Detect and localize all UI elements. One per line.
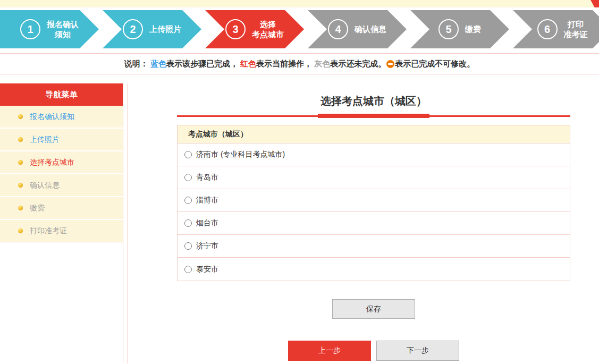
city-radio-zibo[interactable] — [184, 197, 192, 204]
sidebar-item-label: 上传照片 — [30, 135, 60, 145]
bullet-dot-icon — [18, 206, 23, 210]
step-6-chevron: 6 打印 准考证 — [513, 10, 599, 48]
city-radio-taian[interactable] — [184, 266, 192, 273]
city-label: 烟台市 — [196, 218, 218, 228]
legend-blue-word: 蓝色 — [150, 59, 166, 69]
city-radio-jining[interactable] — [184, 242, 192, 250]
sidebar-item-choose-city[interactable]: 选择考点城市 — [0, 151, 123, 173]
step-6-label: 打印 准考证 — [564, 19, 588, 40]
minus-circle-icon — [386, 60, 394, 68]
city-row-yantai[interactable]: 烟台市 — [178, 212, 570, 235]
title-underline-thick — [318, 114, 429, 118]
city-radio-qingdao[interactable] — [184, 174, 192, 181]
step-1-chevron: 1 报名确认 须知 — [0, 10, 99, 48]
page-title: 选择考点城市（城区） — [177, 94, 570, 108]
step-3-chevron: 3 选择 考点城市 — [205, 10, 304, 48]
step-5-number: 5 — [438, 19, 459, 39]
step-3-number: 3 — [225, 19, 246, 39]
sidebar-item-signup-notice[interactable]: 报名确认须知 — [0, 106, 123, 128]
sidebar-item-label: 确认信息 — [30, 181, 60, 190]
step-4-label: 确认信息 — [355, 24, 386, 35]
city-select-table: 考点城市（城区） 济南市 (专业科目考点城市) 青岛市 淄博市 烟台市 — [177, 125, 570, 281]
sidebar-items: 报名确认须知 上传照片 选择考点城市 确认信息 缴费 打印准考证 — [0, 106, 123, 242]
step-5-chevron: 5 缴费 — [410, 10, 509, 48]
sidebar-item-print-ticket[interactable]: 打印准考证 — [0, 220, 123, 242]
bullet-dot-icon — [18, 114, 23, 119]
bullet-dot-icon — [18, 160, 23, 165]
wizard-nav-buttons: 上一步 下一步 — [177, 341, 570, 361]
legend-blue-desc: 表示该步骤已完成， — [166, 59, 240, 69]
legend-red-desc: 表示当前操作， — [256, 59, 314, 69]
city-radio-yantai[interactable] — [184, 219, 192, 227]
banner-corner-ribbon-icon — [587, 0, 599, 7]
save-button[interactable]: 保存 — [332, 299, 415, 319]
sidebar-item-label: 选择考点城市 — [30, 158, 74, 167]
city-label: 青岛市 — [196, 173, 218, 182]
legend-prefix: 说明： — [124, 59, 150, 69]
sidebar-item-payment[interactable]: 缴费 — [0, 197, 123, 219]
city-row-jining[interactable]: 济宁市 — [178, 235, 570, 258]
title-underline — [177, 115, 570, 117]
step-1-label: 报名确认 须知 — [47, 19, 79, 40]
bullet-dot-icon — [18, 137, 23, 142]
sidebar-item-label: 打印准考证 — [30, 226, 67, 236]
city-row-taian[interactable]: 泰安市 — [178, 258, 570, 281]
progress-stepper: 1 报名确认 须知 2 上传照片 3 选择 考点城市 4 确认信息 5 缴费 6… — [0, 10, 599, 48]
city-label: 淄博市 — [196, 196, 218, 205]
previous-step-button[interactable]: 上一步 — [288, 341, 371, 361]
bullet-dot-icon — [18, 183, 23, 188]
legend-locked-desc: 表示已完成不可修改。 — [395, 59, 475, 69]
step-5-label: 缴费 — [465, 24, 481, 35]
sidebar-item-upload-photo[interactable]: 上传照片 — [0, 129, 123, 150]
sidebar-item-label: 报名确认须知 — [30, 112, 74, 122]
step-2-number: 2 — [123, 19, 143, 39]
legend-gray-word: 灰色 — [314, 59, 330, 69]
legend-red-word: 红色 — [240, 59, 256, 69]
sidebar-item-label: 缴费 — [30, 204, 45, 213]
next-step-button[interactable]: 下一步 — [376, 341, 459, 361]
sidebar-item-confirm-info[interactable]: 确认信息 — [0, 174, 123, 196]
city-radio-jinan[interactable] — [184, 151, 192, 158]
legend-gray-desc: 表示还未完成。 — [330, 59, 386, 69]
top-banner-strip — [0, 0, 599, 7]
navigation-sidebar: 导航菜单 报名确认须知 上传照片 选择考点城市 确认信息 缴费 — [0, 83, 123, 363]
legend-bar: 说明： 蓝色 表示该步骤已完成， 红色 表示当前操作， 灰色 表示还未完成。 表… — [0, 53, 599, 74]
step-3-label: 选择 考点城市 — [252, 19, 284, 40]
sidebar-title: 导航菜单 — [0, 83, 123, 106]
step-2-label: 上传照片 — [149, 24, 181, 35]
content-area: 导航菜单 报名确认须知 上传照片 选择考点城市 确认信息 缴费 — [0, 83, 599, 363]
table-header: 考点城市（城区） — [178, 125, 570, 143]
step-1-number: 1 — [20, 19, 40, 39]
city-row-jinan[interactable]: 济南市 (专业科目考点城市) — [178, 143, 570, 166]
main-panel: 选择考点城市（城区） 考点城市（城区） 济南市 (专业科目考点城市) 青岛市 淄… — [128, 83, 599, 363]
city-label: 济宁市 — [196, 241, 218, 251]
bullet-dot-icon — [18, 228, 23, 233]
city-row-qingdao[interactable]: 青岛市 — [178, 166, 570, 189]
step-4-chevron: 4 确认信息 — [308, 10, 407, 48]
step-4-number: 4 — [328, 19, 348, 39]
step-6-number: 6 — [537, 19, 558, 39]
city-row-zibo[interactable]: 淄博市 — [178, 189, 570, 212]
step-2-chevron: 2 上传照片 — [103, 10, 201, 48]
city-label: 泰安市 — [196, 265, 218, 274]
city-label: 济南市 (专业科目考点城市) — [196, 150, 285, 159]
